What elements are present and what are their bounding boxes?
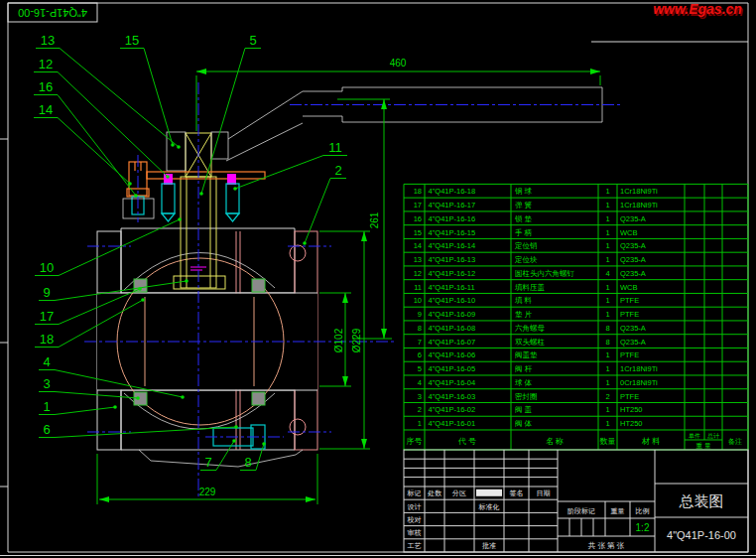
balloon-label: 3 bbox=[43, 376, 50, 391]
table-cell-text: 1 bbox=[605, 283, 609, 292]
table-cell-text: 13 bbox=[414, 255, 422, 264]
table-cell-text: PTFE bbox=[620, 310, 639, 319]
balloon-leader-dot bbox=[134, 194, 138, 198]
label-check: 校对 bbox=[407, 516, 422, 523]
table-cell-text: 4"Q41P-16-10 bbox=[429, 296, 476, 305]
corner-stamp-text: 4"Q41P-16-00 bbox=[18, 7, 87, 19]
balloon-leader bbox=[55, 407, 115, 415]
parts-list-table: 184"Q41P-16-18钢 球11Cr18Ni9Ti174"Q41P-16-… bbox=[404, 184, 748, 450]
table-header: 数量 bbox=[600, 437, 616, 446]
table-cell-text: 钢 球 bbox=[514, 187, 533, 196]
table-cell-text: 18 bbox=[414, 187, 422, 196]
table-cell-text: 垫 片 bbox=[515, 310, 533, 319]
table-cell-text: 4"Q41P-16-07 bbox=[429, 338, 476, 347]
table-cell-text: 1 bbox=[605, 214, 609, 223]
drawing-sheet: 4"Q41P-16-00 www.Egas.cn www.Egas.cn bbox=[0, 0, 756, 558]
balloon-label: 2 bbox=[334, 163, 341, 178]
drawing-number: 4"Q41P-16-00 bbox=[667, 529, 736, 541]
balloon-leader bbox=[256, 444, 264, 471]
stem-assembly bbox=[147, 132, 265, 289]
table-cell-text: 4"Q41P-16-12 bbox=[429, 269, 476, 278]
balloon-leader-dot bbox=[178, 217, 182, 221]
table-cell-text: 17 bbox=[414, 201, 422, 209]
table-cell-text: 1 bbox=[605, 364, 609, 373]
label-rev-zone: 分区 bbox=[451, 489, 466, 496]
drain-bolt bbox=[205, 425, 284, 449]
table-cell-text: 1 bbox=[605, 187, 609, 196]
thread-callout bbox=[190, 267, 206, 270]
table-cell-text: Q235-A bbox=[620, 338, 646, 347]
balloon-label: 14 bbox=[39, 102, 53, 117]
table-cell-text: 球 体 bbox=[515, 378, 533, 387]
table-cell-text: 定位销 bbox=[514, 241, 538, 250]
dim-d102: Ø102 bbox=[333, 328, 344, 352]
table-cell-text: 4"Q41P-16-04 bbox=[429, 378, 476, 387]
balloon-leader-dot bbox=[303, 241, 307, 245]
revision-blank-box bbox=[476, 489, 502, 496]
title-block: 标记 处数 分区 签名 日期 设计 标准化 校对 审核 工艺 批准 阶段标记 重… bbox=[404, 450, 748, 552]
table-header: 序号 bbox=[407, 437, 423, 446]
table-cell-text: 15 bbox=[414, 228, 422, 237]
table-cell-text: 8 bbox=[418, 324, 422, 333]
balloon-leader bbox=[59, 219, 180, 276]
table-cell-text: 1 bbox=[605, 419, 609, 428]
table-cell-text: 5 bbox=[418, 364, 422, 373]
balloon-label: 8 bbox=[244, 455, 251, 470]
stem-collar bbox=[174, 276, 225, 289]
handle bbox=[226, 87, 623, 161]
table-cell-text: 手 柄 bbox=[515, 228, 533, 237]
table-cell-text: 4"Q41P-16-09 bbox=[429, 310, 476, 319]
table-cell-text: 4 bbox=[418, 378, 422, 387]
balloon-leader-dot bbox=[181, 395, 185, 399]
table-cell-text: 4"Q41P-16-05 bbox=[429, 364, 476, 373]
balloon-leader-dot bbox=[185, 279, 189, 283]
lock-assembly bbox=[123, 155, 154, 222]
table-cell-text: 1Cr18Ni9Ti bbox=[620, 201, 658, 209]
balloon-leader-dot bbox=[171, 143, 175, 147]
watermark-logo: www.Egas.cn www.Egas.cn bbox=[653, 1, 743, 19]
balloon-label: 18 bbox=[40, 332, 54, 347]
label-sheets: 共 张 第 张 bbox=[588, 541, 625, 550]
table-cell-text: Q235-A bbox=[620, 269, 646, 278]
drawing-title: 总装图 bbox=[679, 492, 724, 509]
table-cell-text: 双头螺柱 bbox=[515, 338, 546, 347]
label-process: 工艺 bbox=[408, 542, 422, 549]
table-cell-text: 1Cr18Ni9Ti bbox=[620, 364, 658, 373]
label-rev-count: 处数 bbox=[428, 489, 442, 497]
table-cell-text: 锁 垫 bbox=[514, 214, 533, 223]
table-cell-text: 11 bbox=[414, 283, 422, 292]
table-cell-text: 4"Q41P-16-06 bbox=[429, 350, 476, 359]
table-cell-text: 阀盖垫 bbox=[515, 350, 538, 359]
table-cell-text: 1 bbox=[605, 201, 609, 209]
balloon-leader-dot bbox=[199, 192, 203, 196]
table-cell-text: 1 bbox=[605, 255, 609, 264]
table-cell-text: 2 bbox=[605, 392, 609, 401]
label-scale: 比例 bbox=[636, 507, 650, 515]
balloon-label: 12 bbox=[39, 57, 53, 71]
table-cell-text: 弹 簧 bbox=[515, 201, 533, 209]
balloon-label: 1 bbox=[43, 399, 50, 414]
table-cell-text: 9 bbox=[418, 310, 422, 319]
table-cell-text: Q235-A bbox=[620, 255, 646, 264]
handle-hub-left bbox=[167, 132, 186, 171]
gland-screw-right bbox=[227, 174, 236, 185]
table-header: 总计 bbox=[706, 433, 719, 439]
balloon-leader-dot bbox=[138, 287, 142, 291]
table-cell-text: 14 bbox=[414, 241, 422, 250]
table-cell-text: 4"Q41P-16-17 bbox=[429, 201, 476, 209]
watermark-text: www.Egas.cn bbox=[653, 1, 742, 17]
label-standardize: 标准化 bbox=[478, 503, 500, 511]
balloon-label: 7 bbox=[204, 455, 211, 470]
balloon-leader-dot bbox=[166, 175, 170, 179]
balloon-leader-dot bbox=[262, 442, 266, 446]
dim-460: 460 bbox=[390, 58, 407, 69]
dim-d229: Ø229 bbox=[351, 328, 362, 352]
table-cell-text: 1 bbox=[605, 350, 609, 359]
table-cell-text: 4"Q41P-16-03 bbox=[429, 392, 476, 401]
handle-hub-right bbox=[211, 132, 228, 159]
table-header: 备注 bbox=[728, 437, 742, 446]
table-cell-text: 1 bbox=[605, 228, 609, 237]
table-cell-text: 阀 体 bbox=[515, 419, 533, 428]
table-cell-text: WCB bbox=[620, 228, 638, 237]
table-cell-text: HT250 bbox=[620, 419, 643, 428]
